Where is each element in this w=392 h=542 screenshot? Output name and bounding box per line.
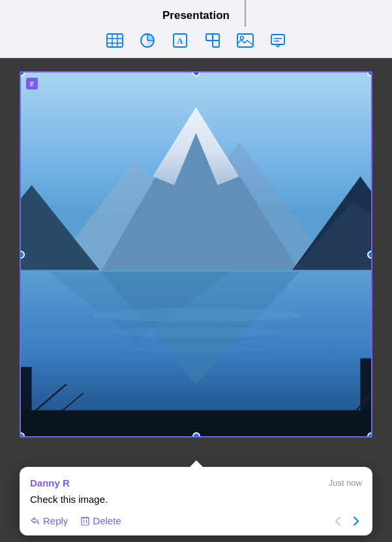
svg-rect-11 [213, 40, 219, 47]
shapes-icon[interactable] [202, 30, 223, 51]
comment-text: Check this image. [30, 492, 362, 506]
svg-rect-15 [271, 35, 284, 44]
delete-button[interactable]: Delete [81, 515, 121, 526]
trash-icon [81, 516, 89, 526]
table-icon[interactable] [104, 30, 125, 51]
svg-point-14 [240, 37, 243, 40]
delete-label: Delete [93, 515, 121, 526]
text-icon[interactable]: A [170, 30, 190, 51]
svg-point-34 [127, 345, 265, 354]
comment-nav [332, 516, 362, 526]
comment-icon[interactable] [267, 30, 288, 51]
svg-point-33 [110, 327, 282, 338]
comment-flag [26, 78, 38, 89]
prev-comment-button[interactable] [332, 516, 344, 526]
next-comment-button[interactable] [350, 516, 362, 526]
comment-author: Danny R [30, 477, 70, 488]
reply-button[interactable]: Reply [30, 515, 68, 526]
chevron-right-icon [353, 516, 359, 526]
image-container [20, 71, 372, 438]
handle-middle-right[interactable] [367, 251, 372, 259]
comment-time: Just now [329, 478, 362, 488]
selected-image[interactable] [20, 71, 372, 438]
svg-rect-10 [206, 34, 213, 40]
comment-header: Danny R Just now [30, 477, 362, 488]
comment-actions-left: Reply Delete [30, 515, 121, 526]
svg-rect-0 [107, 34, 123, 47]
svg-rect-12 [213, 34, 219, 40]
header: Presentation A [0, 0, 392, 58]
chart-icon[interactable] [137, 30, 158, 51]
arrow-indicator [245, 0, 245, 27]
svg-point-32 [92, 308, 299, 322]
handle-bottom-center[interactable] [192, 432, 200, 438]
comment-card: Danny R Just now Check this image. Reply [20, 467, 372, 535]
canvas-area: Danny R Just now Check this image. Reply [0, 58, 392, 542]
image-icon[interactable] [235, 30, 256, 51]
svg-text:A: A [177, 36, 183, 46]
reply-icon [30, 516, 40, 526]
reply-label: Reply [43, 515, 68, 526]
page-title: Presentation [162, 9, 230, 22]
toolbar: A [104, 30, 288, 51]
comment-actions: Reply Delete [30, 515, 362, 526]
svg-rect-13 [237, 34, 253, 47]
chevron-left-icon [335, 516, 341, 526]
svg-rect-43 [82, 518, 89, 525]
handle-bottom-right[interactable] [367, 432, 372, 438]
